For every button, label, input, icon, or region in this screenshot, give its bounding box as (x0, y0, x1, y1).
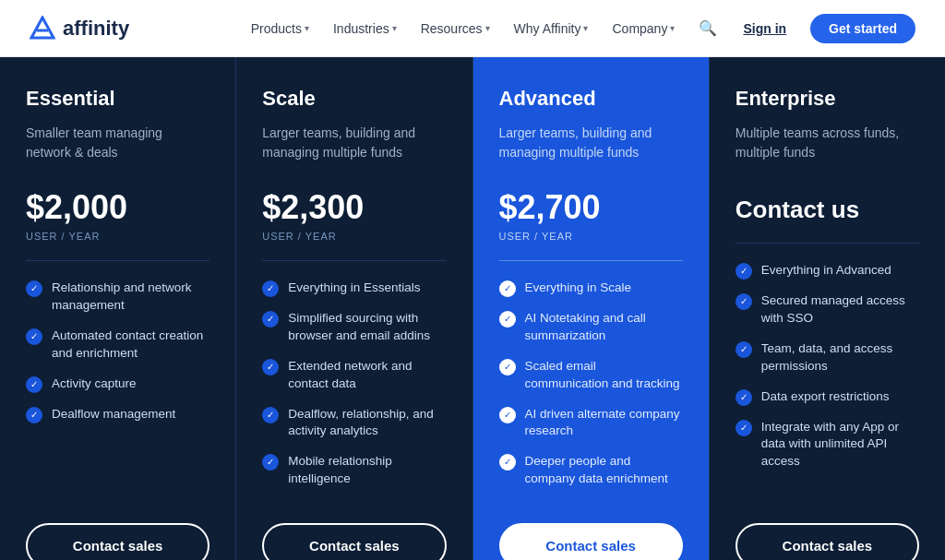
plan-divider-advanced (499, 260, 683, 261)
check-icon: ✓ (262, 407, 279, 423)
chevron-down-icon: ▾ (670, 23, 675, 33)
feature-item: ✓ Secured managed access with SSO (736, 292, 919, 328)
feature-text: Activity capture (52, 375, 137, 393)
plan-card-scale: Scale Larger teams, building and managin… (236, 57, 472, 560)
feature-item: ✓ Extended network and contact data (262, 358, 446, 393)
features-list-essential: ✓ Relationship and network management ✓ … (26, 280, 209, 501)
feature-text: Secured managed access with SSO (761, 292, 919, 328)
feature-text: Data export restrictions (761, 388, 890, 406)
affinity-logo-icon (30, 16, 55, 42)
navbar: affinity Products ▾ Industries ▾ Resourc… (0, 0, 945, 57)
plan-divider-scale (262, 260, 446, 261)
contact-sales-button-enterprise[interactable]: Contact sales (736, 523, 919, 560)
plan-name-enterprise: Enterprise (736, 87, 919, 111)
plan-divider-enterprise (736, 243, 919, 244)
chevron-down-icon: ▾ (392, 23, 397, 33)
check-icon: ✓ (499, 454, 516, 471)
plan-desc-essential: Smaller team managing network & deals (26, 124, 209, 168)
feature-item: ✓ Activity capture (26, 375, 209, 393)
feature-text: Relationship and network management (52, 280, 209, 315)
feature-text: AI driven alternate company research (525, 406, 683, 441)
feature-item: ✓ Automated contact creation and enrichm… (26, 328, 209, 363)
check-icon: ✓ (736, 293, 752, 310)
feature-item: ✓ Deeper people and company data enrichm… (499, 453, 683, 488)
feature-text: Automated contact creation and enrichmen… (52, 328, 209, 363)
plan-card-enterprise: Enterprise Multiple teams across funds, … (710, 57, 945, 560)
feature-text: Simplified sourcing with browser and ema… (288, 310, 446, 345)
nav-links: Products ▾ Industries ▾ Resources ▾ Why … (242, 14, 915, 43)
feature-item: ✓ Dealflow, relationship, and activity a… (262, 406, 446, 441)
signin-link[interactable]: Sign in (732, 16, 797, 42)
features-list-scale: ✓ Everything in Essentials ✓ Simplified … (262, 280, 446, 501)
chevron-down-icon: ▾ (485, 23, 490, 33)
feature-text: Dealflow, relationship, and activity ana… (288, 406, 446, 441)
plan-desc-scale: Larger teams, building and managing mult… (262, 124, 446, 168)
feature-item: ✓ Everything in Scale (499, 280, 683, 297)
features-list-enterprise: ✓ Everything in Advanced ✓ Secured manag… (736, 262, 919, 501)
plan-price-scale: $2,300 (262, 188, 446, 227)
check-icon: ✓ (26, 407, 42, 423)
nav-why-affinity[interactable]: Why Affinity ▾ (505, 16, 598, 42)
plan-price-essential: $2,000 (26, 188, 209, 227)
feature-text: Deeper people and company data enrichmen… (525, 453, 683, 488)
check-icon: ✓ (26, 376, 42, 393)
get-started-button[interactable]: Get started (810, 14, 915, 43)
search-button[interactable]: 🔍 (689, 14, 726, 42)
plan-name-scale: Scale (262, 87, 446, 111)
nav-products[interactable]: Products ▾ (242, 16, 318, 42)
plan-price-label-advanced: USER / YEAR (499, 231, 683, 242)
feature-item: ✓ Scaled email communication and trackin… (499, 358, 683, 393)
check-icon: ✓ (26, 328, 42, 345)
feature-item: ✓ Dealflow management (26, 406, 209, 423)
feature-item: ✓ AI Notetaking and call summarization (499, 310, 683, 345)
check-icon: ✓ (499, 407, 516, 423)
feature-text: Mobile relationship intelligence (288, 453, 446, 488)
plan-desc-enterprise: Multiple teams across funds, multiple fu… (736, 124, 919, 168)
feature-item: ✓ AI driven alternate company research (499, 406, 683, 441)
feature-item: ✓ Everything in Essentials (262, 280, 446, 297)
check-icon: ✓ (736, 389, 752, 406)
feature-text: Dealflow management (52, 406, 175, 423)
check-icon: ✓ (499, 311, 516, 328)
plan-card-advanced: Advanced Larger teams, building and mana… (473, 57, 710, 560)
logo-area[interactable]: affinity (30, 16, 129, 42)
feature-text: Everything in Scale (525, 280, 632, 297)
chevron-down-icon: ▾ (583, 23, 588, 33)
feature-item: ✓ Simplified sourcing with browser and e… (262, 310, 446, 345)
contact-sales-button-advanced[interactable]: Contact sales (499, 523, 683, 560)
plan-price-label-essential: USER / YEAR (26, 231, 209, 242)
check-icon: ✓ (499, 280, 516, 297)
nav-industries[interactable]: Industries ▾ (324, 16, 406, 42)
feature-text: Integrate with any App or data with unli… (761, 419, 919, 471)
contact-sales-button-scale[interactable]: Contact sales (262, 523, 446, 560)
feature-item: ✓ Mobile relationship intelligence (262, 453, 446, 488)
plan-price-advanced: $2,700 (499, 188, 683, 227)
feature-item: ✓ Relationship and network management (26, 280, 209, 315)
chevron-down-icon: ▾ (305, 23, 309, 33)
check-icon: ✓ (736, 263, 752, 280)
plan-name-essential: Essential (26, 87, 209, 111)
features-list-advanced: ✓ Everything in Scale ✓ AI Notetaking an… (499, 280, 683, 501)
check-icon: ✓ (262, 454, 279, 471)
feature-text: Team, data, and access permissions (761, 340, 919, 375)
check-icon: ✓ (499, 359, 516, 375)
check-icon: ✓ (262, 311, 279, 328)
feature-text: Everything in Advanced (761, 262, 891, 280)
contact-sales-button-essential[interactable]: Contact sales (26, 523, 209, 560)
check-icon: ✓ (736, 341, 752, 358)
plan-desc-advanced: Larger teams, building and managing mult… (499, 124, 683, 168)
feature-item: ✓ Integrate with any App or data with un… (736, 419, 919, 471)
nav-resources[interactable]: Resources ▾ (412, 16, 499, 42)
feature-item: ✓ Everything in Advanced (736, 262, 919, 280)
check-icon: ✓ (26, 280, 42, 297)
pricing-section: Essential Smaller team managing network … (0, 57, 945, 560)
nav-company[interactable]: Company ▾ (603, 16, 684, 42)
logo-text: affinity (63, 17, 129, 41)
plan-name-advanced: Advanced (499, 87, 683, 111)
feature-item: ✓ Team, data, and access permissions (736, 340, 919, 375)
check-icon: ✓ (262, 280, 279, 297)
feature-text: Extended network and contact data (288, 358, 446, 393)
plan-price-label-scale: USER / YEAR (262, 231, 446, 242)
feature-text: AI Notetaking and call summarization (525, 310, 683, 345)
feature-text: Scaled email communication and tracking (525, 358, 683, 393)
